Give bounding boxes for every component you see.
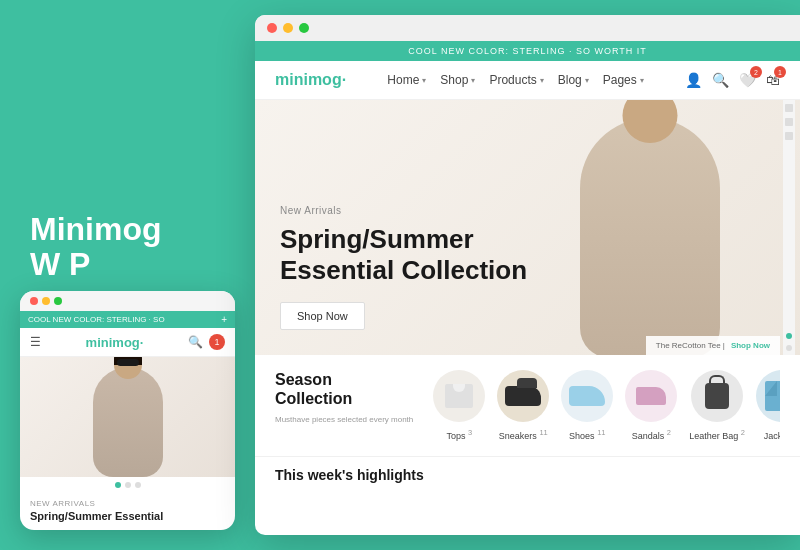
bag-icon [705,383,729,409]
site-header: minimog· Home ▾ Shop ▾ Products ▾ Blog ▾… [255,61,800,100]
mobile-dot-green [54,297,62,305]
category-shoes[interactable]: Shoes 11 [561,370,613,441]
category-jackets-circle [756,370,780,422]
mobile-hero-image [20,357,235,477]
browser-dot-green [299,23,309,33]
mobile-nav-icons: 🔍 1 [188,334,225,350]
mobile-nav: ☰ minimog· 🔍 1 [20,328,235,357]
category-bag[interactable]: Leather Bag 2 [689,370,744,441]
highlights-section: This week's highlights [255,456,800,493]
mobile-page-dot-1 [115,482,121,488]
category-sandals-label: Sandals 2 [632,428,671,441]
hero-figure [550,100,750,355]
hero-person-head [623,100,678,143]
nav-arrow-blog: ▾ [585,76,589,85]
season-info: Season Collection Musthave pieces select… [275,370,413,426]
scrollbar-icon-2 [785,118,793,126]
nav-item-home[interactable]: Home ▾ [387,73,426,87]
season-description: Musthave pieces selected every month [275,414,413,425]
site-icons: 👤 🔍 🤍 2 🛍 1 [685,72,780,88]
scrollbar-icon-3 [785,132,793,140]
category-sneakers-label: Sneakers 11 [499,428,548,441]
season-section: Season Collection Musthave pieces select… [255,355,800,456]
mobile-person-head [114,357,142,379]
sandals-icon [636,387,666,405]
hero-footer-link[interactable]: Shop Now [731,341,770,350]
shoes-icon [569,386,605,406]
category-shoes-label: Shoes 11 [569,428,605,441]
cart-badge: 1 [774,66,786,78]
category-bag-circle [691,370,743,422]
nav-item-products[interactable]: Products ▾ [489,73,543,87]
nav-item-shop[interactable]: Shop ▾ [440,73,475,87]
scrollbar-dot-active [786,333,792,339]
browser-titlebar [255,15,800,41]
category-jackets[interactable]: Jackets 5 [756,370,780,441]
browser-dot-red [267,23,277,33]
mobile-page-dot-3 [135,482,141,488]
nav-arrow-home: ▾ [422,76,426,85]
nav-item-pages[interactable]: Pages ▾ [603,73,644,87]
cart-icon-wrapper: 🛍 1 [766,72,780,88]
site-nav: Home ▾ Shop ▾ Products ▾ Blog ▾ Pages ▾ [387,73,643,87]
nav-arrow-pages: ▾ [640,76,644,85]
jackets-icon [765,381,780,411]
hero-content: New Arrivals Spring/Summer Essential Col… [255,205,552,355]
nav-arrow-shop: ▾ [471,76,475,85]
mobile-caption: New Arrivals [20,493,235,510]
category-tops[interactable]: Tops 3 [433,370,485,441]
browser-window: COOL NEW COLOR: STERLING · SO WORTH IT m… [255,15,800,535]
mobile-titlebar [20,291,235,311]
nav-item-blog[interactable]: Blog ▾ [558,73,589,87]
mobile-person-body [93,367,163,477]
site-topbar: COOL NEW COLOR: STERLING · SO WORTH IT [255,41,800,61]
mobile-page-dot-2 [125,482,131,488]
mobile-mockup: COOL NEW COLOR: STERLING · SO + ☰ minimo… [20,291,235,530]
season-title: Season Collection [275,370,413,408]
mobile-logo: minimog· [86,335,144,350]
mobile-sunglasses [117,359,139,366]
category-sandals-circle [625,370,677,422]
category-sandals[interactable]: Sandals 2 [625,370,677,441]
hero-title: Spring/Summer Essential Collection [280,224,527,286]
hero-shop-now-button[interactable]: Shop Now [280,302,365,330]
category-sneakers[interactable]: Sneakers 11 [497,370,549,441]
wishlist-badge: 2 [750,66,762,78]
mobile-banner: COOL NEW COLOR: STERLING · SO + [20,311,235,328]
mobile-dot-red [30,297,38,305]
category-tops-label: Tops 3 [446,428,472,441]
mobile-pagination [20,477,235,493]
hero-tag: New Arrivals [280,205,527,216]
site-logo: minimog· [275,71,346,89]
mobile-search-icon: 🔍 [188,335,203,349]
scrollbar-up-icon [785,104,793,112]
nav-arrow-products: ▾ [540,76,544,85]
hero-scrollbar [783,100,795,355]
category-tops-circle [433,370,485,422]
highlights-title: This week's highlights [275,467,780,483]
brand-title: Minimog W P [30,212,230,282]
scrollbar-dot-2 [786,345,792,351]
wishlist-icon-wrapper: 🤍 2 [739,72,756,88]
tops-icon [445,384,473,408]
category-shoes-circle [561,370,613,422]
category-sneakers-circle [497,370,549,422]
site-hero: New Arrivals Spring/Summer Essential Col… [255,100,800,355]
browser-dot-yellow [283,23,293,33]
sneakers-icon [505,386,541,406]
hero-person-body [580,118,720,356]
category-bag-label: Leather Bag 2 [689,428,744,441]
season-categories: Tops 3 Sneakers 11 Shoes 11 [433,370,780,441]
mobile-cart-icon: 1 [209,334,225,350]
category-jackets-label: Jackets 5 [764,428,780,441]
mobile-dot-yellow [42,297,50,305]
mobile-heading: Spring/Summer Essential [20,510,235,530]
search-icon[interactable]: 🔍 [712,72,729,88]
hero-footer-bar: The ReCotton Tee | Shop Now [646,336,780,355]
user-icon[interactable]: 👤 [685,72,702,88]
